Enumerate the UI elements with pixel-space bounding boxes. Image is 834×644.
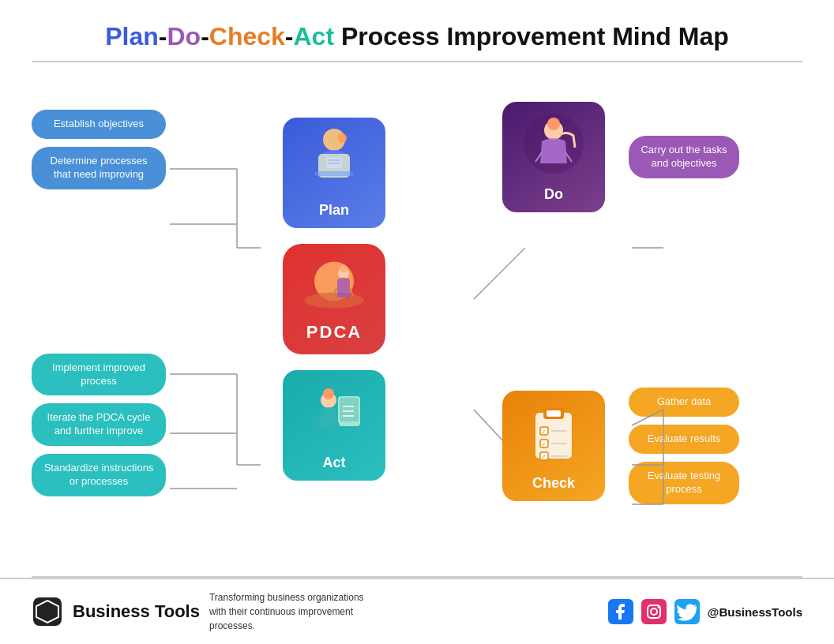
footer-social: @BusinessTools: [608, 599, 802, 624]
do-section: Do Carry out the tasks and objectives: [502, 102, 739, 212]
act-node-1: Implement improved process: [32, 354, 166, 396]
act-card: Act: [283, 370, 385, 481]
svg-rect-47: [547, 410, 561, 417]
plan-node-1: Establish objectives: [32, 110, 166, 139]
svg-point-28: [340, 265, 348, 273]
svg-rect-32: [340, 398, 359, 421]
plan-nodes: Establish objectives Determine processes…: [32, 110, 166, 189]
act-node-3: Standardize instructions or processes: [32, 454, 166, 496]
pdca-illustration: [302, 256, 366, 315]
plan-card: Plan: [283, 118, 385, 228]
act-nodes: Implement improved process Iterate the P…: [32, 354, 166, 496]
svg-point-21: [337, 133, 347, 143]
left-col: Establish objectives Determine processes…: [32, 78, 166, 520]
do-nodes: Carry out the tasks and objectives: [629, 136, 739, 178]
header: Plan-Do-Check-Act Process Improvement Mi…: [0, 0, 834, 61]
svg-rect-20: [314, 171, 354, 176]
check-illustration: ✓ ✓ ✓: [518, 397, 589, 468]
svg-point-26: [304, 293, 364, 309]
facebook-icon: [608, 599, 633, 624]
svg-text:✓: ✓: [541, 454, 547, 461]
do-card: Do: [502, 102, 605, 212]
check-node-2: Evaluate results: [629, 425, 739, 454]
svg-point-42: [547, 118, 560, 130]
svg-point-62: [657, 606, 659, 608]
svg-text:✓: ✓: [541, 441, 547, 448]
page: Plan-Do-Check-Act Process Improvement Mi…: [0, 0, 834, 644]
title-do: Do: [167, 22, 201, 51]
page-title: Plan-Do-Check-Act Process Improvement Mi…: [32, 22, 802, 51]
svg-rect-22: [326, 157, 342, 168]
svg-rect-59: [641, 599, 667, 624]
plan-node-2: Determine processes that need improving: [32, 147, 166, 189]
pdca-hub: PDCA: [283, 244, 385, 354]
right-col: Do Carry out the tasks and objectives: [502, 78, 802, 520]
act-illustration: [299, 376, 370, 447]
plan-illustration: [299, 124, 370, 195]
brand-name: Business Tools: [73, 601, 200, 622]
do-illustration: [518, 108, 589, 179]
diagram: Establish objectives Determine processes…: [0, 62, 834, 576]
do-node-1: Carry out the tasks and objectives: [629, 136, 739, 178]
svg-point-34: [323, 388, 334, 399]
svg-text:✓: ✓: [541, 429, 547, 436]
svg-rect-57: [33, 597, 62, 626]
footer-brand-section: Business Tools Transforming business org…: [32, 590, 383, 633]
title-act: Act: [294, 22, 335, 51]
svg-line-35: [316, 419, 321, 427]
social-handle: @BusinessTools: [708, 605, 802, 619]
check-card: ✓ ✓ ✓ Check: [502, 391, 605, 501]
footer-tagline: Transforming business organizations with…: [209, 590, 383, 633]
brand-logo-icon: [32, 596, 63, 627]
center-col: Plan PDCA: [247, 118, 421, 481]
act-node-2: Iterate the PDCA cycle and further impro…: [32, 403, 166, 446]
title-suffix: Process Improvement Mind Map: [334, 22, 729, 51]
check-node-1: Gather data: [629, 388, 739, 417]
check-node-3: Evaluate testing process: [629, 462, 739, 504]
svg-rect-45: [535, 413, 572, 459]
title-check: Check: [209, 22, 285, 51]
twitter-icon: [674, 599, 700, 624]
title-plan: Plan: [105, 22, 159, 51]
footer: Business Tools Transforming business org…: [0, 578, 834, 644]
check-section: ✓ ✓ ✓ Check Gather data: [502, 388, 739, 504]
check-nodes: Gather data Evaluate results Evaluate te…: [629, 388, 739, 504]
diagram-inner: Establish objectives Determine processes…: [32, 78, 802, 520]
instagram-icon: [641, 599, 667, 624]
